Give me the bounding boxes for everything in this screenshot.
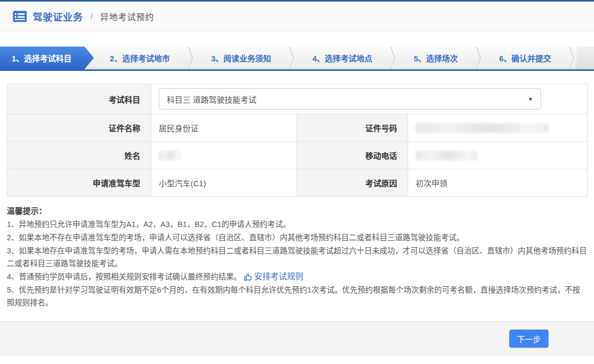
vehicle-type-value: 小型汽车(C1) [151, 169, 297, 197]
name-label: 姓名 [7, 142, 151, 169]
tip-item-1: 1、异地预约只允许申请准驾车型为A1，A2，A3，B1，B2，C1的申请人预约考… [7, 218, 587, 231]
tab-bar-filler [577, 47, 594, 69]
tip-item-4: 4、普通预约学员申请后，按照相关规则安排考试确认最终预约结果。 安排考试规则 [7, 270, 587, 283]
tab-step-3[interactable]: 3、阅读业务须知 [195, 47, 287, 69]
breadcrumb-section[interactable]: 驾驶证业务 [33, 10, 83, 23]
step-tabs: 1、选择考试科目 2、选择考试地市 3、阅读业务须知 4、选择考试地点 5、选择… [0, 47, 594, 71]
dropdown-arrow-icon: ▼ [528, 96, 533, 102]
name-redacted-value [159, 151, 180, 160]
chevron-separator-icon [287, 47, 296, 69]
next-step-button[interactable]: 下一步 [509, 330, 548, 348]
exam-subject-select[interactable]: 科目三 道路驾驶技能考试 ▼ [159, 88, 541, 110]
table-row: 申请准驾车型 小型汽车(C1) 考试原因 初次申领 [7, 169, 588, 197]
chevron-separator-icon [567, 47, 577, 69]
tab-step-6[interactable]: 6、确认并提交 [483, 47, 567, 69]
exam-rules-link-label: 安排考试规则 [254, 270, 303, 283]
tip-item-5: 5、优先预约是针对学习驾驶证明有效期不足6个月的，在有效期内每个科目允许优先预约… [7, 284, 587, 309]
tips-section: 温馨提示： 1、异地预约只允许申请准驾车型为A1，A2，A3，B1，B2，C1的… [7, 205, 587, 309]
table-row: 证件名称 居民身份证 证件号码 [7, 114, 588, 142]
breadcrumb-current: 异地考试预约 [100, 10, 154, 23]
tip-item-2: 2、如果本地不存在申请准驾车型的考场，申请人可以选择省（自治区、直辖市）内其他考… [7, 231, 587, 244]
phone-redacted-value [416, 151, 477, 160]
vehicle-type-label: 申请准驾车型 [7, 169, 151, 197]
cert-name-value: 居民身份证 [151, 114, 297, 142]
table-row: 姓名 移动电话 [7, 142, 588, 169]
breadcrumb: 驾驶证业务 / 异地考试预约 [0, 2, 594, 31]
chevron-separator-icon [388, 47, 398, 69]
exam-subject-value: 科目三 道路驾驶技能考试 [167, 94, 256, 105]
tab-step-4[interactable]: 4、选择考试地点 [296, 47, 388, 69]
tips-title: 温馨提示： [7, 205, 587, 216]
exam-reason-value: 初次申领 [408, 169, 588, 197]
list-card-icon [13, 11, 27, 22]
chevron-separator-icon [474, 47, 483, 69]
cert-name-label: 证件名称 [7, 114, 151, 142]
footer-action-bar: 下一步 [0, 321, 594, 356]
exam-rules-link[interactable]: 安排考试规则 [244, 270, 303, 283]
exam-reason-label: 考试原因 [297, 169, 408, 197]
exam-subject-label: 考试科目 [7, 84, 151, 114]
tab-step-1[interactable]: 1、选择考试科目 [0, 47, 94, 69]
application-form-table: 考试科目 科目三 道路驾驶技能考试 ▼ 证件名称 居民身份证 证件号码 姓名 移… [7, 84, 588, 197]
cert-no-redacted-value [416, 123, 549, 133]
tip-item-3: 3、如果本地存在申请准驾车型的考场，申请人需在本地预约科目二或者科目三道路驾驶技… [7, 244, 587, 270]
table-row: 考试科目 科目三 道路驾驶技能考试 ▼ [7, 84, 588, 114]
phone-label: 移动电话 [297, 142, 408, 169]
tab-step-2[interactable]: 2、选择考试地市 [94, 47, 185, 69]
cert-no-label: 证件号码 [297, 114, 408, 142]
chevron-separator-icon [186, 47, 195, 69]
thumbs-up-icon [244, 272, 253, 281]
tab-step-5[interactable]: 5、选择场次 [398, 47, 473, 69]
breadcrumb-separator: / [91, 12, 93, 21]
tip-item-4-text: 4、普通预约学员申请后，按照相关规则安排考试确认最终预约结果。 [7, 270, 241, 283]
